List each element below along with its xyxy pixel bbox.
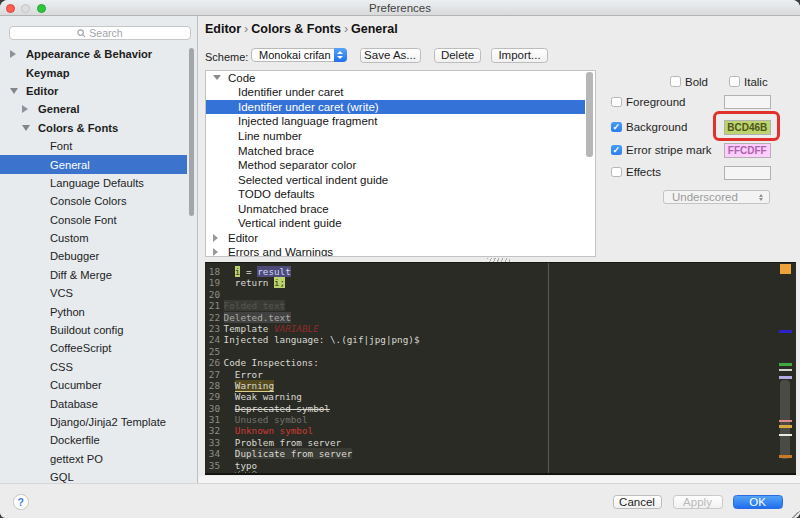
code-line: 33 Problem from server [205,437,545,448]
code-token [224,460,235,471]
sidebar-item[interactable]: Database [0,394,187,412]
code-line: 30 Deprecated symbol [205,403,545,414]
breadcrumb-editor[interactable]: Editor [205,22,241,36]
tree-item[interactable]: Errors and Warnings [206,245,585,257]
code-token: Injected language: \.(gif|jpg|png)$ [224,334,420,345]
effects-style-select[interactable]: Underscored [663,190,770,204]
tree-item[interactable]: Code [206,71,585,86]
code-line: 35 typo [205,460,545,471]
code-token: result [257,266,291,277]
code-token: Error [235,369,263,380]
chevron-up-icon [337,51,343,54]
tree-item-label: Identifier under caret [238,86,343,98]
code-line: 31 Unused symbol [205,414,545,425]
sidebar-item-label: Django/Jinja2 Template [50,416,166,428]
effects-checkbox[interactable] [611,167,622,178]
code-token [224,425,235,436]
code-token: Code Inspections: [224,357,319,368]
cancel-button[interactable]: Cancel [613,495,662,510]
sidebar-item[interactable]: CSS [0,358,187,376]
tree-item-label: Method separator color [238,159,356,171]
code-token: Duplicate from server [235,448,353,459]
error-stripe-checkbox[interactable] [611,145,622,156]
scheme-value: Monokai crifan [259,49,331,61]
inspection-indicator-square [780,264,791,274]
bold-checkbox[interactable] [670,76,681,87]
background-checkbox[interactable] [611,122,622,133]
sidebar-item[interactable]: gettext PO [0,450,187,468]
line-tokens: Warning [224,380,274,391]
tree-item[interactable]: Unmatched brace [206,201,585,216]
tree-item[interactable]: Method separator color [206,158,585,173]
import-button[interactable]: Import... [491,48,548,63]
code-token: i; [274,277,285,288]
tree-item-label: Code [228,72,256,84]
sidebar-item[interactable]: Custom [0,229,187,247]
code-token [224,369,235,380]
sidebar-item[interactable]: Language Defaults [0,174,187,192]
tree-item[interactable]: TODO defaults [206,187,585,202]
sidebar-item[interactable]: Console Font [0,211,187,229]
sidebar-item[interactable]: Editor [0,82,187,100]
sidebar-scrollbar[interactable] [189,48,194,216]
sidebar-item-label: Dockerfile [50,434,100,446]
disclosure-arrow-icon [213,75,221,80]
error-stripe-label: Error stripe mark [626,144,712,156]
stripe-mark [779,425,792,428]
resize-grip[interactable] [792,510,800,518]
line-tokens: Folded text [224,300,286,311]
save-as-button[interactable]: Save As... [360,48,421,63]
effects-swatch[interactable] [724,166,771,181]
line-number: 21 [205,300,220,311]
sidebar-item[interactable]: Dockerfile [0,431,187,449]
sidebar-item[interactable]: Console Colors [0,192,187,210]
scheme-select[interactable]: Monokai crifan [251,48,347,62]
tree-item[interactable]: Selected vertical indent guide [206,172,585,187]
tree-item[interactable]: Injected language fragment [206,114,585,129]
sidebar-item[interactable]: Buildout config [0,321,187,339]
code-line: 32 Unknown symbol [205,425,545,436]
search-input[interactable]: Search [9,26,191,40]
sidebar-item[interactable]: CoffeeScript [0,339,187,357]
sidebar-item[interactable]: General [0,100,187,118]
code-token: return [224,277,274,288]
sidebar-item[interactable]: Django/Jinja2 Template [0,413,187,431]
apply-button[interactable]: Apply [673,495,723,510]
foreground-checkbox[interactable] [611,97,622,108]
sidebar-item[interactable]: Appearance & Behavior [0,45,187,63]
sidebar-item[interactable]: Font [0,137,187,155]
sidebar-item[interactable]: Debugger [0,247,187,265]
sidebar-item[interactable]: Python [0,302,187,320]
tree-item[interactable]: Vertical indent guide [206,216,585,231]
sidebar-item[interactable]: Colors & Fonts [0,119,187,137]
code-token: Folded text [224,300,286,311]
sidebar-item[interactable]: General [0,155,187,173]
tree-item[interactable]: Identifier under caret [206,85,585,100]
chevron-down-icon [759,198,763,201]
foreground-swatch[interactable] [724,95,771,110]
help-button[interactable]: ? [13,494,29,510]
sidebar-item-label: Buildout config [50,324,123,336]
line-number: 23 [205,323,220,334]
sidebar-item[interactable]: VCS [0,284,187,302]
code-token: Deprecated symbol [235,403,330,414]
sidebar-item[interactable]: Diff & Merge [0,266,187,284]
sidebar-item[interactable]: Keymap [0,63,187,81]
footer-gap [199,476,800,483]
tree-item-label: Vertical indent guide [238,217,342,229]
tree-item[interactable]: Matched brace [206,143,585,158]
ok-button[interactable]: OK [733,495,783,510]
line-number: 35 [205,460,220,471]
error-stripe-swatch[interactable]: FFCDFF [724,143,771,158]
italic-checkbox[interactable] [729,76,740,87]
breadcrumb-colors-fonts[interactable]: Colors & Fonts [251,22,341,36]
settings-sidebar: Search Appearance & Behavior Keymap Edit… [0,16,198,483]
sidebar-item[interactable]: Cucumber [0,376,187,394]
delete-button[interactable]: Delete [434,48,481,63]
tree-scrollbar[interactable] [586,72,593,158]
tree-item[interactable]: Editor [206,231,585,246]
code-token [224,380,235,391]
splitter-handle[interactable] [487,258,510,262]
tree-item[interactable]: Line number [206,129,585,144]
tree-item[interactable]: Identifier under caret (write) [206,100,585,115]
